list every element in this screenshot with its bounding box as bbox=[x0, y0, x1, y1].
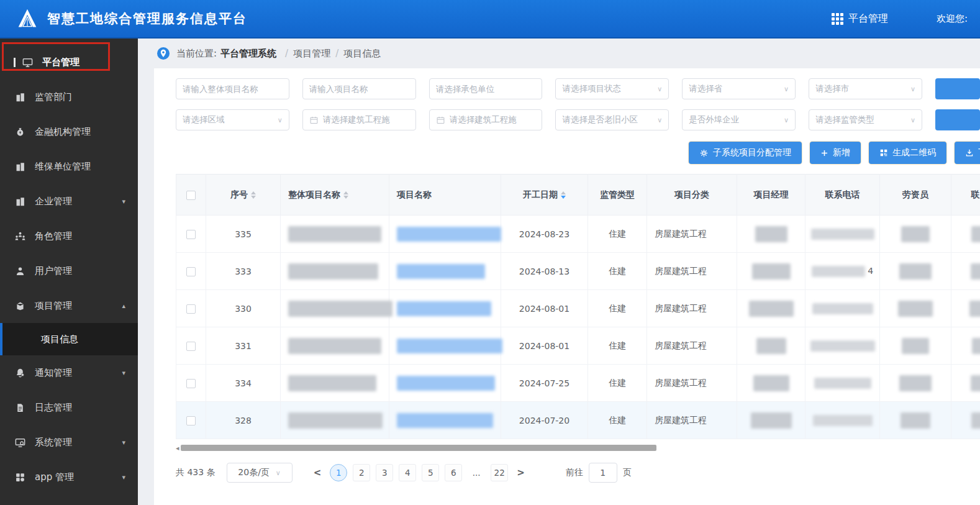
sidebar-item[interactable]: 角色管理 bbox=[0, 219, 138, 253]
top-nav-platform-management[interactable]: 平台管理 bbox=[848, 12, 888, 25]
page-number-button[interactable]: 3 bbox=[376, 464, 393, 481]
add-new-button[interactable]: 新增 bbox=[810, 142, 861, 164]
column-header-inner: 整体项目名称 bbox=[281, 189, 389, 201]
sidebar-item[interactable]: 用户管理 bbox=[0, 253, 138, 288]
page-number-button[interactable]: 5 bbox=[422, 464, 439, 481]
contact-phone-cell bbox=[805, 290, 880, 327]
filter-text-input[interactable] bbox=[309, 84, 409, 94]
column-header-label: 项目分类 bbox=[674, 189, 709, 201]
redacted-text bbox=[813, 415, 873, 426]
page-number-button[interactable]: 2 bbox=[353, 464, 370, 481]
filter-select[interactable]: 请选择监管类型∨ bbox=[809, 109, 922, 130]
seq-cell: 328 bbox=[206, 402, 281, 439]
goto-page-input[interactable] bbox=[589, 463, 617, 483]
redacted-link-text[interactable] bbox=[397, 227, 501, 242]
filter-select[interactable]: 是否外埠企业∨ bbox=[682, 109, 796, 130]
row-checkbox[interactable] bbox=[186, 379, 196, 388]
row-checkbox[interactable] bbox=[186, 267, 196, 276]
subsystem-project-allocation-button[interactable]: 子系统项目分配管理 bbox=[689, 142, 802, 164]
filter-select[interactable]: 请选择是否老旧小区∨ bbox=[555, 109, 669, 130]
page-number-button[interactable]: 1 bbox=[330, 464, 347, 481]
breadcrumb-item-project-management[interactable]: 项目管理 bbox=[293, 48, 330, 60]
page-number-button[interactable]: 6 bbox=[445, 464, 462, 481]
filter-text-input[interactable] bbox=[436, 84, 536, 94]
filter-select[interactable]: 请选择区域∨ bbox=[176, 109, 289, 130]
sort-caret-icon[interactable] bbox=[561, 191, 566, 199]
overall-project-name-cell bbox=[281, 290, 389, 327]
table-body: 3352024-08-23住建房屋建筑工程3332024-08-13住建房屋建筑… bbox=[176, 216, 980, 439]
select-all-checkbox[interactable] bbox=[186, 191, 196, 200]
filter-select[interactable]: 请选择项目状态∨ bbox=[555, 78, 669, 99]
overall-project-name-cell bbox=[281, 253, 389, 290]
overall-project-name-cell bbox=[281, 365, 389, 402]
redacted-text bbox=[901, 226, 930, 242]
filter-date-picker[interactable]: 请选择建筑工程施 bbox=[302, 109, 416, 130]
sidebar-item-label: 维保单位管理 bbox=[35, 161, 91, 173]
sidebar-item[interactable]: 监管部门 bbox=[0, 80, 138, 114]
bell-icon bbox=[14, 366, 26, 379]
filter-select[interactable]: 请选择省∨ bbox=[682, 78, 796, 99]
next-page-button[interactable]: > bbox=[510, 467, 531, 478]
chevron-down-icon: ∨ bbox=[278, 116, 283, 124]
sidebar-item[interactable]: 项目管理▴ bbox=[0, 288, 138, 323]
sidebar-item[interactable]: app 管理▾ bbox=[0, 460, 138, 494]
page-number-button[interactable]: 4 bbox=[399, 464, 416, 481]
top-header: 智慧工地综合管理服务信息平台 平台管理 欢迎您: bbox=[0, 0, 980, 39]
redacted-text bbox=[810, 340, 875, 352]
sort-caret-icon[interactable] bbox=[251, 191, 256, 199]
filter-input[interactable] bbox=[302, 78, 416, 99]
redacted-link-text[interactable] bbox=[397, 376, 495, 391]
row-checkbox[interactable] bbox=[186, 416, 196, 425]
sidebar-item-label: 金融机构管理 bbox=[35, 126, 91, 138]
redacted-link-text[interactable] bbox=[397, 301, 491, 316]
sort-desc-caret bbox=[561, 196, 566, 199]
redacted-link-text[interactable] bbox=[397, 339, 502, 353]
filter-input[interactable] bbox=[176, 78, 289, 99]
sidebar-subitem-label: 项目信息 bbox=[41, 334, 78, 345]
page-size-select[interactable]: 20条/页 ∨ bbox=[227, 463, 293, 483]
row-checkbox[interactable] bbox=[186, 342, 196, 351]
sidebar-item[interactable]: 维保单位管理 bbox=[0, 149, 138, 184]
app-logo-icon bbox=[16, 8, 39, 29]
sidebar-item[interactable]: 金融机构管理 bbox=[0, 114, 138, 149]
breadcrumb-root[interactable]: 平台管理系统 bbox=[220, 48, 276, 60]
sidebar-item[interactable]: 日志管理 bbox=[0, 390, 138, 425]
project-name-cell bbox=[389, 216, 501, 253]
redacted-text bbox=[288, 263, 378, 280]
redacted-link-text[interactable] bbox=[397, 264, 485, 279]
scrollbar-left-arrow-icon[interactable]: ◂ bbox=[176, 444, 181, 452]
column-header-inner: 劳资员 bbox=[880, 189, 951, 201]
row-checkbox[interactable] bbox=[186, 230, 196, 239]
search-button[interactable] bbox=[935, 109, 980, 130]
filter-text-input[interactable] bbox=[183, 84, 283, 94]
search-button[interactable] bbox=[935, 78, 980, 99]
scrollbar-thumb[interactable] bbox=[181, 445, 656, 451]
breadcrumb-item-project-info[interactable]: 项目信息 bbox=[343, 48, 381, 60]
sidebar-item[interactable]: 企业管理▾ bbox=[0, 184, 138, 219]
sort-caret-icon[interactable] bbox=[343, 191, 348, 199]
horizontal-scrollbar[interactable]: ◂ bbox=[176, 444, 980, 452]
sidebar-subitem-project-info[interactable]: 项目信息 bbox=[0, 323, 138, 355]
apps-grid-icon[interactable] bbox=[832, 13, 843, 25]
generate-qrcode-button[interactable]: 生成二维码 bbox=[869, 142, 946, 164]
filter-date-picker[interactable]: 请选择建筑工程施 bbox=[429, 109, 543, 130]
page-number-button[interactable]: 22 bbox=[491, 464, 508, 481]
filter-select[interactable]: 请选择市∨ bbox=[809, 78, 922, 99]
redacted-text bbox=[288, 226, 381, 242]
row-select-cell bbox=[176, 365, 206, 402]
download-button[interactable]: 下载 bbox=[955, 142, 980, 164]
redacted-text bbox=[899, 375, 932, 391]
sidebar-item[interactable]: 平台管理 bbox=[0, 45, 138, 80]
table-row: 3282024-07-20住建房屋建筑工程 bbox=[176, 402, 980, 439]
prev-page-button[interactable]: < bbox=[307, 467, 328, 478]
sidebar-item[interactable]: 系统管理▾ bbox=[0, 425, 138, 460]
supervision-type-cell: 住建 bbox=[588, 253, 647, 290]
filter-input[interactable] bbox=[429, 78, 543, 99]
table-row: 3352024-08-23住建房屋建筑工程 bbox=[176, 216, 980, 253]
row-checkbox[interactable] bbox=[186, 304, 196, 314]
sidebar-item[interactable]: 通知管理▾ bbox=[0, 355, 138, 390]
redacted-link-text[interactable] bbox=[397, 413, 493, 428]
filter-placeholder: 请选择建筑工程施 bbox=[323, 114, 409, 125]
project-category-cell: 房屋建筑工程 bbox=[647, 290, 737, 327]
filter-placeholder: 请选择市 bbox=[815, 83, 907, 94]
